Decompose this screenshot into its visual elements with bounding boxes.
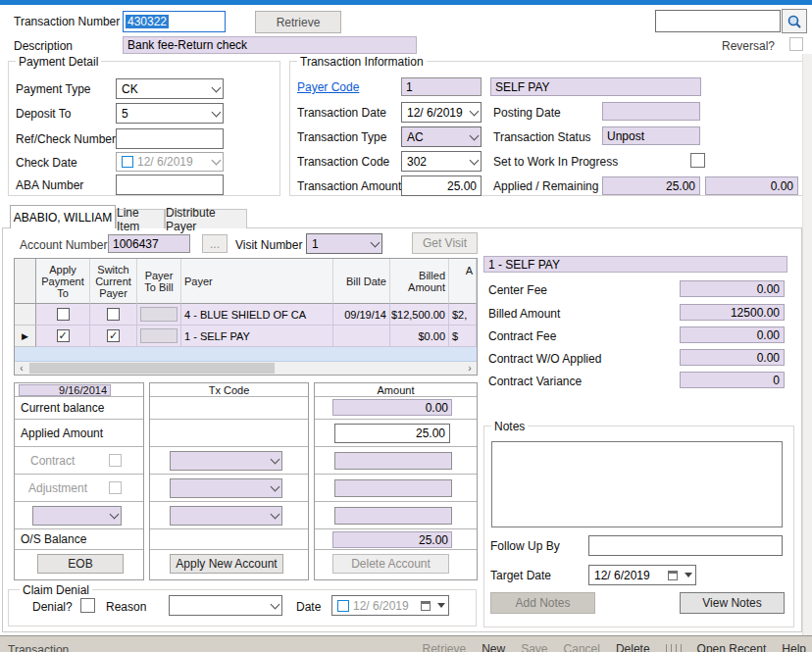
payer-code-link[interactable]: Payer Code [297, 80, 359, 94]
target-date-picker[interactable]: 12/ 6/2019 [588, 565, 696, 585]
bill-date-cell[interactable]: 09/19/14 [333, 304, 390, 326]
extra-txcode-select[interactable] [170, 506, 282, 526]
partial-amount-cell[interactable]: $ [449, 326, 477, 347]
delete-account-button[interactable]: Delete Account [332, 554, 449, 574]
col-header-apply-payment-to[interactable]: Apply Payment To [36, 259, 90, 304]
payer-to-bill-cell[interactable] [137, 304, 181, 326]
scrollbar-thumb[interactable] [29, 363, 275, 374]
checkbox-checked[interactable]: ✓ [107, 329, 120, 342]
contract-txcode-select[interactable] [170, 451, 282, 471]
account-browse-button[interactable]: ... [202, 234, 228, 253]
applied-amount-input[interactable]: 25.00 [334, 424, 450, 443]
col-header-billed-amount[interactable]: Billed Amount [390, 259, 449, 304]
reversal-checkbox[interactable] [789, 37, 803, 51]
scroll-right-arrow-icon[interactable]: › [463, 362, 477, 375]
follow-up-by-input[interactable] [588, 535, 783, 556]
get-visit-button[interactable]: Get Visit [412, 232, 478, 254]
extra-type-select[interactable] [32, 506, 122, 526]
check-date-picker[interactable]: 12/ 6/2019 [116, 152, 224, 172]
billed-amount-cell[interactable]: $0.00 [390, 326, 449, 347]
payer-cell[interactable]: 4 - BLUE SHIELD OF CA [181, 304, 333, 326]
statusbar-retrieve-button[interactable]: Retrieve [422, 642, 466, 652]
row-selector-current[interactable]: ▶ [15, 326, 36, 347]
statusbar-separator [666, 644, 682, 652]
row-selector[interactable] [15, 304, 36, 326]
transaction-info-title: Transaction Information [297, 55, 427, 69]
search-button[interactable] [782, 9, 807, 33]
payer-cell[interactable]: 1 - SELF PAY [181, 326, 333, 347]
adjustment-row: Adjustment [15, 475, 143, 502]
statusbar-cancel-button[interactable]: Cancel [564, 642, 600, 652]
adjustment-txcode-select[interactable] [170, 478, 282, 498]
payment-type-select[interactable]: CK [116, 78, 224, 99]
transaction-number-label: Transaction Number [14, 15, 120, 28]
visit-number-select[interactable]: 1 [306, 233, 382, 254]
transaction-number-input[interactable]: 430322 [123, 11, 226, 32]
tab-line-item[interactable]: Line Item [116, 209, 165, 228]
denial-reason-select[interactable] [169, 595, 282, 616]
transaction-type-select[interactable]: AC [401, 126, 482, 147]
switch-payer-checkbox-cell[interactable] [90, 304, 137, 326]
transaction-code-select[interactable]: 302 [401, 151, 482, 172]
apply-payment-checkbox-cell[interactable]: ✓ [36, 326, 90, 347]
amount-header-row: Amount [315, 383, 477, 397]
transaction-date-picker[interactable]: 12/ 6/2019 [401, 102, 482, 123]
statusbar-new-button[interactable]: New [482, 642, 505, 652]
contract-wo-applied-value: 0.00 [680, 349, 785, 366]
wip-checkbox[interactable] [690, 153, 705, 168]
bill-date-cell[interactable] [333, 326, 390, 347]
status-bar-actions: Retrieve New Save Cancel Delete Open Rec… [422, 642, 806, 652]
payer-to-bill-cell[interactable] [137, 326, 181, 347]
grid-horizontal-scrollbar[interactable]: ‹ › [15, 362, 477, 375]
checkbox-checked[interactable]: ✓ [57, 329, 70, 342]
checkbox-unchecked[interactable] [107, 308, 120, 321]
contract-checkbox[interactable] [109, 454, 122, 467]
view-notes-button[interactable]: View Notes [680, 592, 785, 614]
partial-amount-cell[interactable]: $2, [449, 304, 477, 326]
col-header-switch-current-payer[interactable]: Switch Current Payer [90, 259, 137, 304]
extra-amount-box[interactable] [334, 507, 452, 525]
tab-patient[interactable]: ABABIO, WILLIAM [10, 205, 116, 228]
denial-date-checkbox[interactable] [337, 600, 349, 612]
statusbar-open-recent-button[interactable]: Open Recent [697, 642, 767, 652]
statusbar-delete-button[interactable]: Delete [616, 642, 650, 652]
checkbox-unchecked[interactable] [57, 308, 70, 321]
os-balance-label: O/S Balance [21, 532, 86, 546]
col-header-payer-to-bill[interactable]: Payer To Bill [137, 259, 181, 304]
transaction-amount-input[interactable]: 25.00 [401, 176, 482, 196]
ref-check-number-input[interactable] [116, 128, 224, 149]
adjustment-checkbox[interactable] [109, 481, 122, 494]
posting-date-label: Posting Date [493, 106, 561, 120]
statusbar-help-button[interactable]: Help [782, 642, 806, 652]
check-date-checkbox[interactable] [122, 156, 133, 168]
transaction-type-label: Transaction Type [297, 130, 386, 144]
apply-table-txcode-column: Tx Code Apply New Account [149, 382, 309, 580]
col-header-payer[interactable]: Payer [181, 259, 333, 304]
adjustment-amount-box[interactable] [334, 479, 452, 497]
retrieve-button[interactable]: Retrieve [255, 11, 341, 33]
scroll-left-arrow-icon[interactable]: ‹ [15, 362, 28, 375]
add-notes-button[interactable]: Add Notes [490, 592, 595, 614]
billed-amount-cell[interactable]: $12,500.00 [390, 304, 449, 326]
notes-textarea[interactable] [491, 441, 783, 527]
chevron-down-icon [470, 155, 480, 165]
switch-payer-checkbox-cell[interactable]: ✓ [90, 326, 137, 347]
contract-amount-box[interactable] [334, 452, 452, 470]
tab-distribute-payer[interactable]: Distribute Payer [165, 209, 247, 228]
apply-payment-checkbox-cell[interactable] [36, 304, 90, 326]
empty-cell [150, 397, 308, 420]
deposit-to-select[interactable]: 5 [116, 103, 224, 124]
aba-number-label: ABA Number [16, 178, 83, 192]
eob-button[interactable]: EOB [37, 554, 124, 574]
col-header-bill-date[interactable]: Bill Date [333, 259, 390, 304]
statusbar-save-button[interactable]: Save [521, 642, 547, 652]
grid-empty-area [15, 347, 477, 362]
denial-date-picker[interactable]: 12/ 6/2019 [331, 595, 449, 616]
chevron-down-icon [470, 106, 480, 116]
search-input[interactable] [655, 10, 781, 32]
aba-number-input[interactable] [116, 175, 224, 195]
denial-checkbox[interactable] [80, 598, 95, 613]
denial-label: Denial? [32, 600, 73, 614]
apply-new-account-button[interactable]: Apply New Account [170, 554, 283, 574]
col-header-partial[interactable]: A [449, 259, 477, 304]
